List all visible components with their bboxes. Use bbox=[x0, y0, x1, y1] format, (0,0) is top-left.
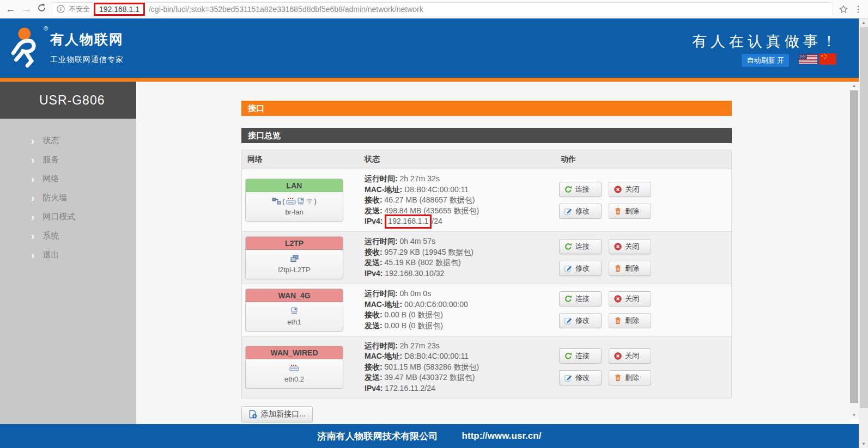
delete-button-wan_wired[interactable]: 删除 bbox=[609, 370, 651, 385]
shutdown-button-wan_4g[interactable]: 关闭 bbox=[609, 291, 651, 306]
status-line: 接收: 0.00 B (0 数据包) bbox=[365, 310, 555, 321]
bookmark-star-icon[interactable] bbox=[839, 4, 848, 14]
stop-icon bbox=[614, 295, 622, 303]
edit-button-wan_4g[interactable]: 修改 bbox=[559, 313, 602, 328]
sidebar-item-1[interactable]: ›服务 bbox=[0, 152, 136, 168]
page-title: 接口 bbox=[241, 101, 732, 116]
forward-icon[interactable]: → bbox=[21, 4, 32, 14]
col-header-network: 网络 bbox=[242, 155, 359, 164]
cn-flag-icon[interactable] bbox=[818, 53, 837, 67]
edit-icon bbox=[564, 374, 572, 382]
switch-icon bbox=[289, 364, 299, 371]
sidebar-item-0[interactable]: ›状态 bbox=[0, 133, 136, 149]
paren: ( bbox=[282, 197, 284, 205]
scroll-up-icon[interactable]: ▲ bbox=[849, 82, 859, 90]
status-label: 运行时间: bbox=[365, 174, 400, 183]
connect-button-l2tp[interactable]: 连接 bbox=[559, 239, 602, 254]
interface-badge-l2tp[interactable]: L2TPl2tpi-L2TP bbox=[245, 236, 343, 279]
sidebar-item-5[interactable]: ›系统 bbox=[0, 228, 136, 244]
shutdown-button-l2tp[interactable]: 关闭 bbox=[609, 239, 651, 254]
chevron-right-icon: › bbox=[31, 155, 34, 165]
button-label: 修改 bbox=[575, 316, 590, 326]
page-scrollbar[interactable]: ▲ ▼ bbox=[849, 82, 859, 419]
status-label: IPv4: bbox=[365, 384, 385, 392]
footer-website-link[interactable]: http://www.usr.cn/ bbox=[462, 431, 542, 441]
button-label: 连接 bbox=[575, 351, 590, 361]
status-value: 45.19 KB (802 数据包) bbox=[385, 258, 461, 267]
chevron-right-icon: › bbox=[31, 174, 34, 184]
footer-company: 济南有人物联网技术有限公司 bbox=[318, 430, 438, 443]
browser-scroll-up-icon[interactable]: ▲ bbox=[859, 19, 868, 27]
stop-icon bbox=[614, 186, 622, 193]
interface-badge-lan[interactable]: LAN()br-lan bbox=[245, 179, 343, 222]
interface-table-body: LAN()br-lan运行时间: 2h 27m 32sMAC-地址: D8:B0… bbox=[242, 169, 731, 398]
browser-menu-icon[interactable]: ⋮ bbox=[854, 5, 863, 14]
info-icon[interactable] bbox=[57, 5, 65, 13]
browser-scrollbar[interactable]: ▲ ▼ bbox=[859, 19, 868, 448]
browser-scroll-down-icon[interactable]: ▼ bbox=[859, 440, 868, 448]
interface-status: 运行时间: 0h 4m 57s接收: 957.29 KB (19945 数据包)… bbox=[359, 236, 555, 279]
delete-button-wan_4g[interactable]: 删除 bbox=[609, 313, 651, 328]
sidebar-item-3[interactable]: ›防火墙 bbox=[0, 190, 136, 206]
sidebar-item-label: 网口模式 bbox=[43, 212, 75, 222]
connect-button-lan[interactable]: 连接 bbox=[559, 182, 602, 197]
interface-icons bbox=[248, 254, 341, 263]
status-value: D8:B0:4C:00:00:11 bbox=[404, 352, 469, 360]
stop-icon bbox=[614, 352, 622, 360]
add-interface-button[interactable]: 添加新接口... bbox=[241, 406, 313, 422]
status-label: IPv4: bbox=[365, 269, 385, 278]
shutdown-button-lan[interactable]: 关闭 bbox=[609, 182, 651, 197]
sidebar: USR-G806 ›状态›服务›网络›防火墙›网口模式›系统›退出 bbox=[0, 82, 136, 424]
page-scrollbar-thumb[interactable] bbox=[850, 90, 858, 403]
interface-badge-wan_4g[interactable]: WAN_4Geth1 bbox=[245, 289, 343, 332]
trash-icon bbox=[614, 374, 622, 382]
status-label: 接收: bbox=[365, 195, 385, 204]
browser-scrollbar-thumb[interactable] bbox=[860, 27, 868, 408]
interface-ifname: l2tpi-L2TP bbox=[248, 266, 341, 274]
back-icon[interactable]: ← bbox=[5, 4, 16, 14]
auto-refresh-toggle[interactable]: 自动刷新 开 bbox=[742, 54, 789, 67]
status-value: 498.84 MB (435655 数据包) bbox=[385, 206, 479, 215]
refresh-icon bbox=[564, 186, 572, 193]
chevron-right-icon: › bbox=[31, 250, 34, 260]
status-line: MAC-地址: D8:B0:4C:00:00:11 bbox=[365, 185, 555, 195]
interface-status: 运行时间: 0h 0m 0sMAC-地址: 00:A0:C6:00:00:00接… bbox=[359, 289, 555, 331]
interface-row-wan_wired: WAN_WIREDeth0.2运行时间: 2h 27m 23sMAC-地址: D… bbox=[242, 336, 731, 398]
status-value: 0h 4m 57s bbox=[400, 237, 435, 246]
edit-button-wan_wired[interactable]: 修改 bbox=[559, 370, 602, 385]
interface-name: WAN_WIRED bbox=[246, 346, 343, 359]
us-flag-icon[interactable] bbox=[799, 53, 817, 67]
sidebar-item-2[interactable]: ›网络 bbox=[0, 171, 136, 187]
registered-mark: ® bbox=[44, 25, 48, 32]
scroll-down-icon[interactable]: ▼ bbox=[849, 411, 859, 419]
interface-badge-wan_wired[interactable]: WAN_WIREDeth0.2 bbox=[245, 346, 343, 389]
paren: ) bbox=[314, 197, 317, 205]
edit-icon bbox=[564, 265, 572, 272]
interface-icons bbox=[248, 364, 341, 372]
edit-button-lan[interactable]: 修改 bbox=[559, 204, 602, 219]
shutdown-button-wan_wired[interactable]: 关闭 bbox=[609, 348, 651, 364]
status-value: 00:A0:C6:00:00:00 bbox=[404, 300, 468, 309]
brand-title: 有人物联网 bbox=[50, 30, 124, 48]
button-label: 删除 bbox=[625, 316, 639, 326]
trash-icon bbox=[614, 207, 622, 215]
status-value: 0.00 B (0 数据包) bbox=[385, 321, 443, 330]
connect-button-wan_wired[interactable]: 连接 bbox=[559, 348, 602, 364]
delete-button-lan[interactable]: 删除 bbox=[609, 204, 651, 219]
sidebar-item-6[interactable]: ›退出 bbox=[0, 247, 136, 263]
refresh-icon bbox=[564, 295, 572, 303]
status-line: MAC-地址: 00:A0:C6:00:00:00 bbox=[365, 299, 555, 310]
status-label: 发送: bbox=[365, 373, 385, 382]
port-icon bbox=[297, 198, 305, 205]
status-line: 发送: 0.00 B (0 数据包) bbox=[365, 321, 555, 332]
connect-button-wan_4g[interactable]: 连接 bbox=[559, 291, 602, 306]
button-label: 删除 bbox=[625, 373, 639, 383]
edit-button-l2tp[interactable]: 修改 bbox=[559, 261, 602, 276]
trash-icon bbox=[614, 265, 622, 272]
reload-icon[interactable] bbox=[37, 3, 46, 14]
brand-block: 有人物联网 工业物联网通信专家 bbox=[50, 30, 124, 65]
address-bar[interactable]: 不安全 192.168.1.1 /cgi-bin/luci/;stok=352b… bbox=[52, 2, 833, 16]
delete-button-l2tp[interactable]: 删除 bbox=[609, 261, 651, 276]
sidebar-item-4[interactable]: ›网口模式 bbox=[0, 209, 136, 225]
port-icon bbox=[290, 307, 298, 314]
